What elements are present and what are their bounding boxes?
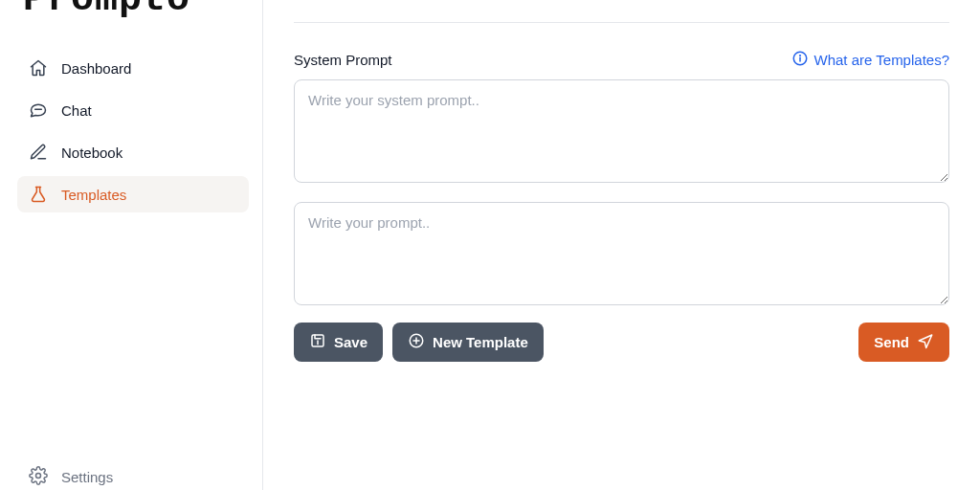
main-content: System Prompt What are Templates? Save: [263, 0, 980, 490]
sidebar-item-templates[interactable]: Templates: [17, 176, 249, 212]
info-icon: [791, 50, 809, 70]
flask-icon: [29, 185, 48, 204]
sidebar-item-label: Notebook: [61, 145, 122, 161]
new-template-button-label: New Template: [433, 334, 528, 350]
sidebar-item-settings[interactable]: Settings: [17, 457, 249, 490]
pencil-icon: [29, 143, 48, 162]
new-template-button[interactable]: New Template: [392, 323, 544, 362]
system-prompt-label: System Prompt: [294, 52, 392, 68]
save-button-label: Save: [334, 334, 368, 350]
home-icon: [29, 58, 48, 78]
sidebar-item-label: Settings: [61, 469, 113, 485]
send-button[interactable]: Send: [858, 323, 949, 362]
svg-point-4: [799, 56, 800, 56]
sidebar-item-dashboard[interactable]: Dashboard: [17, 50, 249, 86]
sidebar-item-label: Chat: [61, 102, 92, 119]
sidebar-nav: Dashboard Chat Notebook Templates: [17, 50, 249, 212]
brand-logo: Prompto: [17, 0, 249, 23]
top-divider: [294, 0, 949, 23]
gear-icon: [29, 466, 48, 488]
help-link-label: What are Templates?: [814, 52, 949, 68]
section-header: System Prompt What are Templates?: [294, 50, 949, 70]
sidebar-item-label: Templates: [61, 187, 126, 203]
save-icon: [309, 332, 326, 352]
svg-point-1: [36, 474, 41, 479]
user-prompt-input[interactable]: [294, 202, 949, 305]
sidebar-item-chat[interactable]: Chat: [17, 92, 249, 128]
sidebar: Prompto Dashboard Chat Notebook: [0, 0, 263, 490]
help-link-templates[interactable]: What are Templates?: [791, 50, 949, 70]
plus-circle-icon: [408, 332, 425, 352]
send-button-label: Send: [874, 334, 909, 350]
sidebar-item-label: Dashboard: [61, 60, 131, 77]
save-button[interactable]: Save: [294, 323, 383, 362]
send-icon: [917, 332, 934, 352]
sidebar-item-notebook[interactable]: Notebook: [17, 134, 249, 170]
button-row: Save New Template Send: [294, 323, 949, 362]
chat-icon: [29, 100, 48, 120]
system-prompt-input[interactable]: [294, 79, 949, 183]
